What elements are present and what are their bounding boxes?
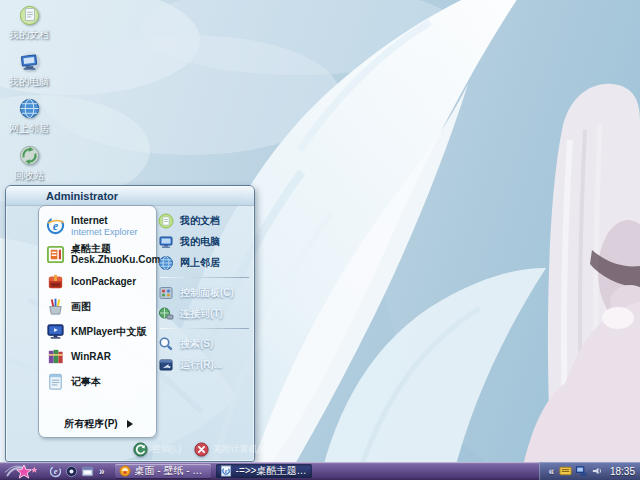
desktop-icon-my-computer[interactable]: 我的电脑 (2, 50, 56, 89)
task-button-label: -=>>桌酷主题 - Mi... (236, 464, 308, 478)
shut-down-button[interactable]: 关闭计算机(U) (194, 442, 271, 457)
taskbar: e » 桌面 - 壁纸 - 桌酷... e -=>>桌酷主题 - Mi... « (0, 462, 640, 480)
menu-item-title: KMPlayer中文版 (71, 326, 147, 338)
desktop-icon-my-documents[interactable]: 我的文档 (2, 3, 56, 42)
my-computer-icon (158, 234, 174, 250)
menu-item-label: 运行(R)... (180, 358, 222, 372)
ie-document-icon: e (220, 465, 232, 477)
menu-item-label: 搜索(S) (180, 337, 213, 351)
all-programs-label: 所有程序(P) (64, 417, 117, 431)
menu-item-label: 连接到(T) (180, 307, 223, 321)
iconpackager-icon (46, 272, 65, 291)
places-panel: 我的文档 我的电脑 网上邻居 控制面板(C) (158, 210, 251, 375)
volume-icon[interactable] (591, 465, 604, 478)
menu-item-label: 网上邻居 (180, 256, 220, 270)
menu-item-network-places[interactable]: 网上邻居 (158, 252, 251, 273)
menu-item-iconpackager[interactable]: IconPackager (44, 269, 153, 294)
log-off-label: 注销(L) (152, 443, 182, 456)
menu-item-winrar[interactable]: WinRAR (44, 344, 153, 369)
divider (160, 328, 249, 329)
svg-text:e: e (54, 467, 58, 476)
log-off-button[interactable]: 注销(L) (133, 442, 182, 457)
winrar-icon (46, 347, 65, 366)
notepad-icon (46, 372, 65, 391)
start-button[interactable] (0, 462, 46, 480)
task-button-zhuoku-theme-active[interactable]: e -=>>桌酷主题 - Mi... (216, 464, 312, 478)
right-arrow-icon (127, 420, 133, 428)
desktop-icon-label: 网上邻居 (9, 122, 49, 136)
menu-item-my-documents[interactable]: 我的文档 (158, 210, 251, 231)
tray-expand-chevron[interactable]: « (546, 466, 556, 477)
menu-item-label: 我的文档 (180, 214, 220, 228)
control-panel-icon (158, 285, 174, 301)
menu-item-control-panel[interactable]: 控制面板(C) (158, 282, 251, 303)
pinned-programs-panel: e Internet Internet Explorer 桌酷主题Desk.Zh… (38, 205, 157, 438)
menu-item-title: 桌酷主题Desk.ZhuoKu.Com (71, 243, 160, 266)
internet-explorer-icon[interactable]: e (49, 465, 62, 478)
desktop-icon-label: 我的电脑 (9, 75, 49, 89)
tray-clock[interactable]: 18:35 (610, 466, 635, 477)
menu-item-title: 记事本 (71, 376, 101, 388)
menu-item-zhuoku-theme[interactable]: 桌酷主题Desk.ZhuoKu.Com (44, 240, 153, 269)
all-programs-button[interactable]: 所有程序(P) (49, 417, 148, 431)
system-tray: « 18:35 (539, 462, 640, 480)
desktop-icon-network-places[interactable]: 网上邻居 (2, 97, 56, 136)
search-icon (158, 336, 174, 352)
menu-item-my-computer[interactable]: 我的电脑 (158, 231, 251, 252)
start-logo-icon (2, 464, 44, 479)
zhuoku-theme-icon (46, 245, 65, 264)
menu-item-title: 画图 (71, 301, 91, 313)
documents-icon (18, 3, 41, 26)
svg-text:e: e (224, 468, 227, 474)
shut-down-label: 关闭计算机(U) (213, 443, 271, 456)
task-button-label: 桌面 - 壁纸 - 桌酷... (135, 464, 207, 478)
log-off-icon (133, 442, 148, 457)
paint-icon (46, 297, 65, 316)
my-documents-icon (158, 213, 174, 229)
menu-item-title: Internet (71, 215, 138, 227)
menu-item-kmplayer[interactable]: KMPlayer中文版 (44, 319, 153, 344)
desktop-icon-label: 回收站 (14, 169, 44, 183)
desktop-icons: 我的文档 我的电脑 网上邻居 回收站 (2, 3, 56, 191)
network-tray-icon[interactable] (575, 465, 588, 478)
menu-item-label: 我的电脑 (180, 235, 220, 249)
menu-item-connect-to[interactable]: 连接到(T) (158, 303, 251, 324)
globe-icon (18, 97, 41, 120)
desktop-icon-label: 我的文档 (9, 28, 49, 42)
menu-item-title: IconPackager (71, 276, 136, 288)
start-menu-footer: 注销(L) 关闭计算机(U) (6, 437, 254, 461)
task-button-zhuoku-wallpaper[interactable]: 桌面 - 壁纸 - 桌酷... (115, 464, 211, 478)
menu-item-paint[interactable]: 画图 (44, 294, 153, 319)
menu-item-title: WinRAR (71, 351, 111, 363)
kmplayer-icon (46, 322, 65, 341)
internet-explorer-icon: e (46, 216, 65, 235)
shut-down-icon (194, 442, 209, 457)
media-player-icon[interactable] (65, 465, 78, 478)
menu-item-notepad[interactable]: 记事本 (44, 369, 153, 394)
quick-launch-overflow-chevron[interactable]: » (97, 466, 107, 477)
menu-item-search[interactable]: 搜索(S) (158, 333, 251, 354)
menu-item-internet-explorer[interactable]: e Internet Internet Explorer (44, 212, 153, 240)
menu-item-run[interactable]: 运行(R)... (158, 354, 251, 375)
start-menu: Administrator e Internet Internet Explor… (5, 185, 255, 462)
connect-to-icon (158, 306, 174, 322)
computer-icon (18, 50, 41, 73)
menu-item-label: 控制面板(C) (180, 286, 234, 300)
show-desktop-icon[interactable] (81, 465, 94, 478)
quick-launch: e » (46, 462, 110, 480)
network-places-icon (158, 255, 174, 271)
zhuoku-site-icon (119, 465, 131, 477)
recycle-bin-icon (18, 144, 41, 167)
start-menu-header: Administrator (6, 186, 254, 206)
input-method-icon[interactable] (559, 465, 572, 478)
run-icon (158, 357, 174, 373)
user-name: Administrator (46, 190, 118, 202)
divider (160, 277, 249, 278)
desktop: 我的文档 我的电脑 网上邻居 回收站 Administrator (0, 0, 640, 480)
menu-item-subtitle: Internet Explorer (71, 227, 138, 237)
desktop-icon-recycle-bin[interactable]: 回收站 (2, 144, 56, 183)
